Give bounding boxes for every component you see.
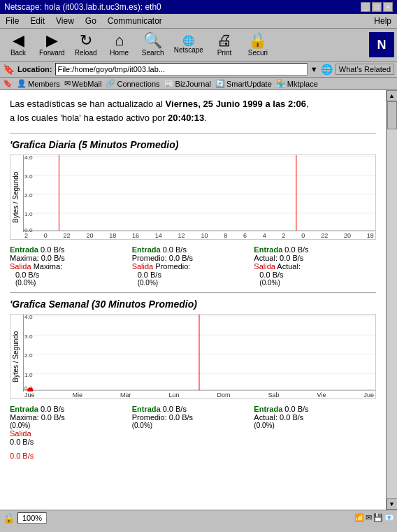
forward-icon: ▶ (46, 33, 58, 48)
personal-mktplace[interactable]: 🏪 Mktplace (276, 79, 318, 88)
reload-icon: ↻ (80, 33, 92, 48)
window-controls: _ □ × (361, 2, 393, 12)
print-label: Print (217, 49, 232, 57)
status-bar: 🔒 100% 📶 ✉ 💾 📧 (0, 510, 397, 525)
print-icon: 🖨 (217, 33, 232, 48)
menu-communicator[interactable]: Communicator (105, 15, 165, 27)
personal-bizjournal[interactable]: 📰 BizJournal (164, 79, 211, 88)
graph2-chart-wrap: Bytes / Segundo (10, 315, 375, 398)
graph1-container: Bytes / Segundo (10, 154, 376, 240)
menu-go[interactable]: Go (82, 15, 99, 27)
graph1-inner: 4.0 3.0 2.0 1.0 0.0 20222018161412108642… (23, 155, 375, 239)
graph2-container: Bytes / Segundo (10, 314, 376, 399)
dropdown-arrow-icon[interactable]: ▼ (310, 65, 318, 73)
home-label: Home (110, 49, 129, 57)
search-button[interactable]: 🔍 Search (138, 31, 168, 58)
netscape-button[interactable]: 🌐 Netscape (171, 34, 206, 55)
menu-view[interactable]: View (53, 15, 77, 27)
svg-text:2.0: 2.0 (24, 192, 33, 199)
icon-small: 🌐 (321, 64, 333, 75)
security-label: Securi (248, 49, 268, 57)
reload-label: Reload (75, 49, 97, 57)
location-input[interactable] (55, 63, 308, 76)
divider-2 (10, 292, 376, 293)
content-area[interactable]: Las estadísticas se han actualizado al V… (0, 90, 386, 510)
personal-bar: 🔖 👤 Members ✉ WebMail 🔗 Connections 📰 Bi… (0, 78, 397, 90)
toolbar: ◀ Back ▶ Forward ↻ Reload ⌂ Home 🔍 Searc… (0, 29, 397, 62)
whats-related-button[interactable]: What's Related (335, 64, 394, 75)
svg-text:1.0: 1.0 (24, 211, 33, 217)
stats-uptime-prefix: a los cuales 'hola' ha estado activo por (10, 113, 168, 123)
g1-entrada2-label: Entrada (132, 245, 161, 254)
graph2-stats: Entrada 0.0 B/s Maxima: 0.0 B/s (0.0%) S… (10, 405, 376, 446)
svg-text:1.0: 1.0 (24, 372, 33, 378)
netscape-label: Netscape (174, 46, 203, 54)
svg-text:3.0: 3.0 (24, 333, 33, 339)
menu-file[interactable]: File (3, 15, 22, 27)
g1-salida-maxima-label: Salida (10, 262, 31, 271)
forward-label: Forward (39, 49, 65, 57)
reload-button[interactable]: ↻ Reload (71, 31, 101, 58)
g2-stat-entrada2: Entrada 0.0 B/s Promedio: 0.0 B/s (0.0%) (132, 405, 254, 446)
home-icon: ⌂ (115, 33, 124, 48)
svg-text:4.0: 4.0 (24, 155, 33, 161)
svg-text:4.0: 4.0 (24, 315, 33, 320)
zoom-level: 100% (17, 512, 47, 524)
security-icon: 🔒 (248, 33, 267, 48)
scroll-track[interactable] (387, 101, 397, 498)
personal-webmail[interactable]: ✉ WebMail (64, 79, 102, 88)
svg-text:2.0: 2.0 (24, 353, 33, 359)
svg-text:0.0: 0.0 (24, 227, 33, 232)
scroll-thumb[interactable] (387, 101, 397, 129)
scrollbar: ▲ ▼ (386, 90, 397, 510)
security-status-icon: 🔒 (3, 512, 15, 524)
g1-stat-entrada3: Entrada 0.0 B/s Actual: 0.0 B/s Salida A… (254, 245, 376, 287)
g1-salida-promedio-label: Salida (132, 262, 154, 271)
graph1-title: 'Grafica Diaria (5 Minutos Promedio) (10, 139, 376, 150)
netscape-icon: 🌐 (182, 36, 194, 45)
title-bar: Netscape: hola (it003.lab.it.uc3m.es): e… (0, 0, 397, 14)
close-button[interactable]: × (383, 2, 393, 12)
graph1-xlabels: 202220181614121086420222018 (23, 232, 375, 239)
graph1-stats: Entrada 0.0 B/s Maxima: 0.0 B/s Salida M… (10, 245, 376, 287)
webmail-icon: ✉ (64, 79, 71, 88)
svg-text:0.0: 0.0 (24, 386, 33, 391)
scroll-down-button[interactable]: ▼ (387, 498, 398, 510)
graph2-salida-partial: 0.0 B/s (10, 452, 376, 460)
graph1-svg: 4.0 3.0 2.0 1.0 0.0 (23, 155, 375, 232)
g2-stat-entrada3: Entrada 0.0 B/s Actual: 0.0 B/s (0.0%) (254, 405, 376, 446)
mktplace-icon: 🏪 (276, 79, 286, 88)
menu-help[interactable]: Help (371, 15, 394, 27)
network-icon: 📶 (354, 513, 364, 522)
menu-edit[interactable]: Edit (27, 15, 48, 27)
status-icons: 📶 ✉ 💾 📧 (354, 513, 394, 522)
security-button[interactable]: 🔒 Securi (243, 31, 273, 58)
graph1-ylabel: Bytes / Segundo (10, 155, 23, 239)
graph2-ylabel: Bytes / Segundo (10, 315, 23, 398)
main-wrapper: Las estadísticas se han actualizado al V… (0, 90, 397, 510)
home-button[interactable]: ⌂ Home (104, 31, 135, 58)
stats-paragraph: Las estadísticas se han actualizado al V… (10, 97, 376, 124)
personal-smartupdate[interactable]: 🔄 SmartUpdate (215, 79, 272, 88)
print-button[interactable]: 🖨 Print (209, 31, 240, 58)
g1-entrada3-label: Entrada (254, 245, 282, 254)
maximize-button[interactable]: □ (372, 2, 382, 12)
g2-stat-entrada1: Entrada 0.0 B/s Maxima: 0.0 B/s (0.0%) S… (10, 405, 132, 446)
search-label: Search (142, 49, 164, 57)
graph1-chart-wrap: Bytes / Segundo (10, 155, 375, 239)
forward-button[interactable]: ▶ Forward (36, 31, 68, 58)
smartupdate-icon: 🔄 (215, 79, 225, 88)
scroll-up-button[interactable]: ▲ (387, 90, 398, 101)
back-button[interactable]: ◀ Back (3, 31, 34, 58)
search-icon: 🔍 (143, 33, 162, 48)
connections-icon: 🔗 (106, 79, 115, 88)
menu-bar: File Edit View Go Communicator Help (0, 14, 397, 29)
back-icon: ◀ (13, 33, 24, 48)
stats-date: Viernes, 25 Junio 1999 a las 2:06 (166, 99, 306, 109)
personal-connections[interactable]: 🔗 Connections (106, 79, 159, 88)
minimize-button[interactable]: _ (361, 2, 370, 12)
location-label: Location: (17, 65, 52, 73)
download-icon: 💾 (373, 513, 383, 522)
bizjournal-icon: 📰 (164, 79, 174, 88)
personal-members[interactable]: 👤 Members (17, 79, 60, 88)
